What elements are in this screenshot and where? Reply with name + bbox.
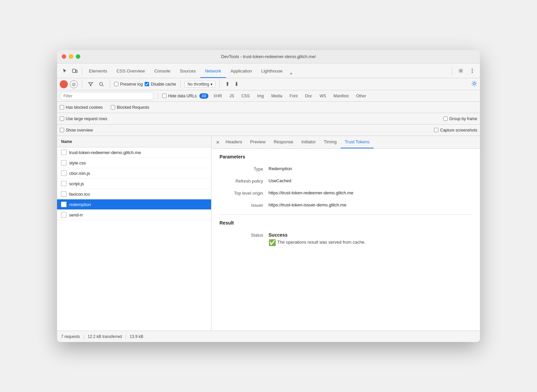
file-icon <box>61 170 66 176</box>
main-tabs: Elements CSS Overview Console Sources Ne… <box>84 63 295 78</box>
list-item[interactable]: style.css <box>57 158 211 168</box>
filter-icon[interactable] <box>86 80 95 89</box>
svg-rect-1 <box>76 70 77 72</box>
issuer-label: Issuer <box>219 202 263 208</box>
preserve-log-checkbox[interactable]: Preserve log <box>114 82 143 87</box>
svg-point-6 <box>100 82 103 85</box>
svg-point-4 <box>472 70 473 71</box>
tab-response[interactable]: Response <box>270 136 297 148</box>
filter-manifest-button[interactable]: Manifest <box>331 93 351 99</box>
options-bar-2: Use large request rows Group by frame <box>57 113 480 125</box>
hide-data-urls-checkbox[interactable]: Hide data URLs <box>162 94 197 98</box>
tab-lighthouse[interactable]: Lighthouse <box>256 65 287 78</box>
file-list-panel: Name trust-token-redeemer-demo.glitch.me… <box>57 136 211 331</box>
issuer-row: Issuer https://trust-token-issuer-demo.g… <box>219 202 472 208</box>
file-list: trust-token-redeemer-demo.glitch.me styl… <box>57 147 211 331</box>
filter-all-button[interactable]: All <box>199 93 208 99</box>
tab-application[interactable]: Application <box>226 65 257 78</box>
result-values: Success ✅ The operations result was serv… <box>268 232 365 246</box>
filter-img-button[interactable]: Img <box>255 93 266 99</box>
group-by-frame-checkbox[interactable]: Group by frame <box>443 116 477 121</box>
file-icon <box>61 202 66 207</box>
main-content: Name trust-token-redeemer-demo.glitch.me… <box>57 136 480 331</box>
details-panel: ✕ Headers Preview Response Initiator Tim… <box>211 136 480 331</box>
refresh-policy-row: Refresh policy UseCached <box>219 178 472 184</box>
net-toolbar-sep4 <box>219 80 220 88</box>
filter-font-button[interactable]: Font <box>287 93 300 99</box>
list-item[interactable]: trust-token-redeemer-demo.glitch.me <box>57 147 211 158</box>
cursor-icon[interactable] <box>60 66 70 76</box>
filter-doc-button[interactable]: Doc <box>303 93 314 99</box>
list-item[interactable]: script.js <box>57 179 211 189</box>
total-size: 13.9 kB <box>130 334 143 339</box>
result-description: The operations result was served from ca… <box>277 240 365 245</box>
refresh-policy-value: UseCached <box>268 178 291 184</box>
svg-point-2 <box>460 70 462 71</box>
tab-sources[interactable]: Sources <box>175 65 200 78</box>
status-bar: 7 requests | 12.2 kB transferred | 13.9 … <box>57 331 480 342</box>
capture-screenshots-checkbox[interactable]: Capture screenshots <box>434 128 477 133</box>
svg-line-7 <box>102 85 104 86</box>
clear-button[interactable]: ⊘ <box>70 80 78 88</box>
has-blocked-cookies-checkbox[interactable]: Has blocked cookies <box>60 105 103 110</box>
list-item[interactable]: send-rr <box>57 210 211 220</box>
svg-rect-0 <box>72 69 76 72</box>
device-toggle-icon[interactable] <box>70 66 80 76</box>
options-bar-3: Show overview Capture screenshots <box>57 125 480 136</box>
tab-trust-tokens[interactable]: Trust Tokens <box>341 136 374 148</box>
close-button[interactable] <box>62 54 66 59</box>
parameters-title: Parameters <box>219 154 472 159</box>
blocked-requests-checkbox[interactable]: Blocked Requests <box>111 105 149 110</box>
filter-media-button[interactable]: Media <box>269 93 285 99</box>
more-options-icon[interactable] <box>467 66 477 76</box>
search-icon[interactable] <box>97 80 106 89</box>
net-toolbar-sep2 <box>110 80 110 88</box>
file-icon <box>61 212 66 217</box>
traffic-lights <box>62 54 80 59</box>
top-level-origin-label: Top level origin <box>219 190 263 196</box>
tab-elements[interactable]: Elements <box>84 65 112 78</box>
show-overview-checkbox[interactable]: Show overview <box>60 128 93 133</box>
filter-xhr-button[interactable]: XHR <box>211 93 224 99</box>
maximize-button[interactable] <box>76 54 80 59</box>
result-title: Result <box>219 220 472 226</box>
throttle-dropdown[interactable]: No throttling ▾ <box>185 81 216 88</box>
type-value: Redemption <box>268 166 292 172</box>
top-level-origin-value: https://trust-token-redeemer-demo.glitch… <box>268 190 353 196</box>
status-row: Status Success ✅ The operations result w… <box>219 232 472 246</box>
more-tabs-button[interactable]: » <box>287 69 295 78</box>
tab-preview[interactable]: Preview <box>246 136 270 148</box>
file-icon <box>61 191 66 197</box>
settings-icon[interactable] <box>456 66 466 76</box>
list-item[interactable]: cbor.min.js <box>57 168 211 179</box>
options-bar-1: Has blocked cookies Blocked Requests <box>57 102 480 113</box>
toolbar-separator-2 <box>452 67 452 75</box>
tab-css-overview[interactable]: CSS Overview <box>112 65 150 78</box>
window-title: DevTools - trust-token-redeemer-demo.gli… <box>221 54 316 59</box>
filter-input[interactable] <box>60 92 154 100</box>
record-button[interactable] <box>60 80 68 88</box>
network-settings-icon[interactable] <box>471 82 477 88</box>
disable-cache-checkbox[interactable]: Disable cache <box>145 82 176 87</box>
filter-js-button[interactable]: JS <box>227 93 236 99</box>
net-toolbar-sep1 <box>82 80 82 88</box>
section-divider <box>219 214 472 215</box>
large-rows-checkbox[interactable]: Use large request rows <box>60 116 107 121</box>
download-icon[interactable]: ⬇ <box>233 80 240 88</box>
toolbar-separator <box>82 67 82 75</box>
type-label: Type <box>219 166 263 172</box>
file-icon <box>61 150 66 155</box>
upload-icon[interactable]: ⬆ <box>224 80 231 88</box>
list-item-selected[interactable]: redemption <box>57 199 211 210</box>
tab-headers[interactable]: Headers <box>222 136 246 148</box>
minimize-button[interactable] <box>69 54 73 59</box>
tab-initiator[interactable]: Initiator <box>297 136 320 148</box>
tab-network[interactable]: Network <box>200 65 226 78</box>
tab-timing[interactable]: Timing <box>320 136 341 148</box>
tab-console[interactable]: Console <box>150 65 175 78</box>
filter-other-button[interactable]: Other <box>354 93 369 99</box>
filter-ws-button[interactable]: WS <box>317 93 328 99</box>
list-item[interactable]: favicon.ico <box>57 189 211 199</box>
filter-css-button[interactable]: CSS <box>239 93 252 99</box>
close-details-button[interactable]: ✕ <box>214 139 222 146</box>
